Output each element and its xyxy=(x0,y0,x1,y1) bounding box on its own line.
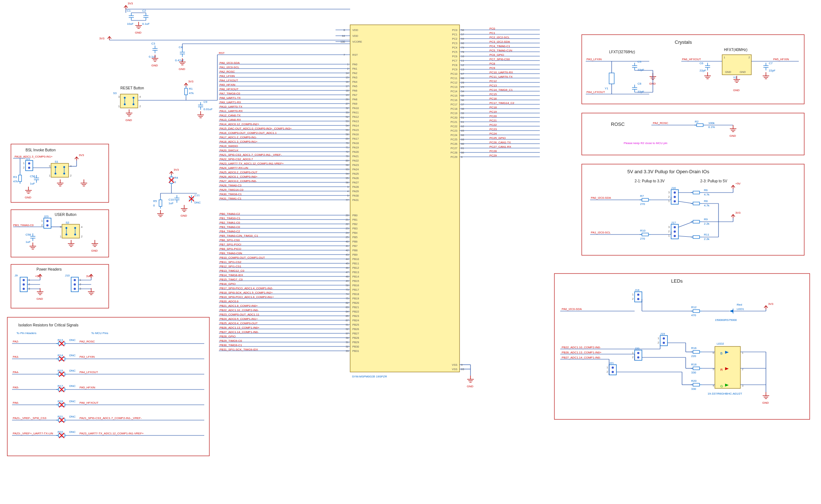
svg-text:6: 6 xyxy=(713,351,714,354)
svg-text:PC5: PC5 xyxy=(452,50,457,54)
svg-text:61: 61 xyxy=(461,120,464,124)
svg-text:PB13: PB13 xyxy=(352,271,359,274)
svg-text:J16: J16 xyxy=(671,186,676,190)
svg-text:13: 13 xyxy=(461,68,464,71)
svg-text:R19: R19 xyxy=(58,400,63,403)
svg-text:70: 70 xyxy=(346,141,349,145)
svg-text:PA19_SWDIO: PA19_SWDIO xyxy=(220,144,238,148)
svg-text:PB20: PB20 xyxy=(352,301,359,305)
svg-text:PA6_HFXOUT: PA6_HFXOUT xyxy=(682,58,701,61)
j20[interactable] xyxy=(635,350,642,360)
svg-text:30: 30 xyxy=(346,336,349,340)
svg-text:PA17: PA17 xyxy=(352,137,359,140)
svg-rect-588 xyxy=(609,73,614,84)
svg-text:94: 94 xyxy=(346,172,349,175)
j19[interactable] xyxy=(660,336,667,346)
svg-text:76: 76 xyxy=(346,155,349,158)
svg-text:PA6_HFXOUT: PA6_HFXOUT xyxy=(220,88,239,91)
user-switch[interactable] xyxy=(62,224,80,238)
svg-text:C1: C1 xyxy=(127,9,131,12)
svg-text:15: 15 xyxy=(346,76,349,79)
svg-text:PB15: PB15 xyxy=(352,279,359,283)
svg-text:45: 45 xyxy=(346,262,349,265)
j21[interactable] xyxy=(609,365,616,375)
svg-text:PC16: PC16 xyxy=(450,98,457,102)
j16[interactable] xyxy=(671,190,678,204)
j17[interactable] xyxy=(671,224,678,239)
reset-switch[interactable] xyxy=(120,94,138,108)
svg-text:PA4_LFXOUT: PA4_LFXOUT xyxy=(586,90,605,94)
svg-text:77: 77 xyxy=(346,198,349,202)
svg-text:PC4: PC4 xyxy=(452,46,457,49)
svg-text:R13: R13 xyxy=(58,338,63,342)
svg-text:C3: C3 xyxy=(151,42,155,45)
svg-text:PA8: PA8 xyxy=(352,98,357,101)
mcu-part: SYM-MSPM0G35 19SPZR xyxy=(352,375,387,378)
svg-text:3V3: 3V3 xyxy=(79,154,84,157)
j18[interactable] xyxy=(635,292,642,302)
svg-text:PB10: PB10 xyxy=(352,257,359,261)
svg-text:1: 1 xyxy=(118,105,120,108)
svg-rect-534 xyxy=(7,317,209,456)
svg-text:32: 32 xyxy=(346,106,349,110)
svg-text:59: 59 xyxy=(461,37,464,40)
svg-text:PA5-: PA5- xyxy=(13,386,19,389)
svg-text:18: 18 xyxy=(346,89,349,92)
svg-text:PC29: PC29 xyxy=(450,155,457,159)
j9[interactable] xyxy=(20,277,27,292)
svg-text:19: 19 xyxy=(346,93,349,97)
svg-text:PA21_SPI0-CS3_ADC1.7_COMP2-IN1: PA21_SPI0-CS3_ADC1.7_COMP2-IN1-_VREF- xyxy=(220,153,282,156)
svg-text:J17: J17 xyxy=(671,221,676,224)
svg-text:PA26_ADC0.1_COMP0-IN0+: PA26_ADC0.1_COMP0-IN0+ xyxy=(220,175,257,178)
svg-text:PA16_COMP0-OUT_COMP2-OUT_ADC1.: PA16_COMP0-OUT_COMP2-OUT_ADC1.1 xyxy=(220,131,277,135)
j10[interactable] xyxy=(71,277,78,292)
svg-text:PC21: PC21 xyxy=(450,120,457,124)
svg-text:2: 2 xyxy=(658,341,659,344)
svg-text:PA4-: PA4- xyxy=(13,371,19,374)
svg-text:PC8: PC8 xyxy=(452,63,457,67)
svg-text:PA18_ADC1.3_COMP0-IN1+: PA18_ADC1.3_COMP0-IN1+ xyxy=(15,155,53,158)
svg-text:92: 92 xyxy=(346,327,349,331)
bsl-hdr[interactable] xyxy=(26,160,33,171)
svg-text:C5: C5 xyxy=(638,60,642,63)
svg-text:R15: R15 xyxy=(58,369,63,372)
svg-text:PC24: PC24 xyxy=(450,133,457,137)
svg-text:PC10: PC10 xyxy=(450,72,457,75)
svg-text:R6: R6 xyxy=(704,189,708,192)
user-hdr[interactable] xyxy=(44,218,51,228)
svg-text:DNC: DNC xyxy=(69,369,76,372)
svg-text:PA2_ROSC: PA2_ROSC xyxy=(653,121,668,125)
svg-text:PA22: PA22 xyxy=(352,159,359,162)
svg-text:PC13: PC13 xyxy=(450,85,457,89)
svg-text:71: 71 xyxy=(346,146,349,149)
svg-text:3: 3 xyxy=(118,95,120,98)
svg-text:PA6-: PA6- xyxy=(13,401,19,404)
svg-text:PA13: PA13 xyxy=(352,120,359,123)
svg-text:PA30_TIMG8-C1: PA30_TIMG8-C1 xyxy=(220,193,242,196)
svg-text:PC3_I2C2-SDA: PC3_I2C2-SDA xyxy=(489,40,510,43)
svg-text:PC17: PC17 xyxy=(450,103,457,106)
pullup-box: 5V and 3.3V Pullup for Open-Drain IOs 2-… xyxy=(582,164,804,255)
bsl-switch[interactable] xyxy=(51,163,69,177)
svg-text:PB31_SPI1-SCK_TIMG9-IDX: PB31_SPI1-SCK_TIMG9-IDX xyxy=(220,348,258,351)
svg-text:270: 270 xyxy=(640,237,645,240)
svg-text:PB23: PB23 xyxy=(352,314,359,318)
power-headers-box: Power Headers J9 123 +5V GND J10 123 3V3 xyxy=(11,264,109,308)
svg-text:2: 2 xyxy=(668,195,670,198)
svg-text:R5: R5 xyxy=(153,199,157,203)
svg-text:2: 2 xyxy=(347,67,349,70)
svg-text:PC24: PC24 xyxy=(489,132,497,135)
svg-text:73: 73 xyxy=(346,288,349,291)
svg-text:Y2: Y2 xyxy=(733,76,737,79)
svg-text:81: 81 xyxy=(461,147,464,150)
svg-text:J18: J18 xyxy=(635,288,639,292)
svg-text:Isolation Resistors for Critic: Isolation Resistors for Critical Signals xyxy=(18,323,78,327)
svg-text:PA0_I2C0-SDA: PA0_I2C0-SDA xyxy=(591,196,611,199)
svg-text:43: 43 xyxy=(346,253,349,256)
svg-text:PC6: PC6 xyxy=(452,55,457,58)
svg-text:PA10: PA10 xyxy=(352,106,359,110)
svg-text:12: 12 xyxy=(461,63,464,67)
svg-text:5: 5 xyxy=(713,368,714,371)
svg-text:2.2k: 2.2k xyxy=(704,222,710,225)
svg-text:PB4: PB4 xyxy=(352,231,357,234)
